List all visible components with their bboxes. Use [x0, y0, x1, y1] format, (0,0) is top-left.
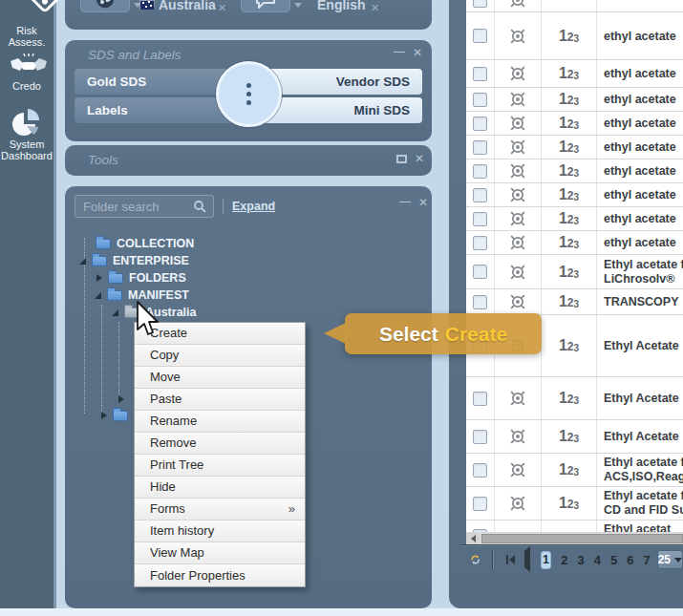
menu-item-hide[interactable]: Hide: [135, 477, 305, 499]
refresh-icon[interactable]: [470, 549, 480, 570]
row-checkbox[interactable]: [473, 265, 487, 279]
locate-target-icon[interactable]: [508, 114, 527, 133]
table-row[interactable]: 123 ethyl acetate: [466, 159, 683, 183]
number-123-icon[interactable]: 123: [559, 234, 579, 251]
page-button[interactable]: 4: [594, 553, 601, 567]
table-row[interactable]: 123 ethyl acetate: [466, 12, 683, 60]
prev-page-button[interactable]: [524, 551, 530, 568]
row-checkbox[interactable]: [473, 430, 487, 444]
tree-collapsed-icon[interactable]: [101, 412, 107, 419]
number-123-icon[interactable]: 123: [559, 264, 579, 281]
menu-item-item-history[interactable]: Item history: [135, 520, 305, 542]
number-123-icon[interactable]: 123: [559, 138, 579, 156]
locate-target-icon[interactable]: [508, 427, 527, 446]
page-button-current[interactable]: 1: [541, 551, 551, 569]
menu-item-paste[interactable]: Paste: [135, 389, 305, 411]
row-checkbox[interactable]: [473, 212, 487, 226]
page-button[interactable]: 6: [627, 553, 633, 567]
language-selector-button[interactable]: [241, 0, 290, 12]
number-123-icon[interactable]: 123: [559, 210, 579, 227]
tree-expanded-icon[interactable]: [112, 309, 118, 316]
table-row[interactable]: 123 ethyl acetate: [466, 231, 683, 255]
pie-chart-icon[interactable]: [11, 107, 43, 138]
locate-target-icon[interactable]: [508, 263, 527, 282]
menu-item-rename[interactable]: Rename: [135, 411, 305, 433]
row-checkbox[interactable]: [473, 236, 487, 250]
row-checkbox[interactable]: [473, 67, 487, 81]
close-icon[interactable]: ✕: [415, 152, 424, 165]
number-123-icon[interactable]: 123: [559, 91, 579, 108]
dice-icon[interactable]: [18, 0, 73, 13]
locate-target-icon[interactable]: [508, 27, 527, 46]
remove-country-icon[interactable]: ✕: [218, 2, 226, 14]
table-row[interactable]: 123 Ethyl Acetate: [466, 377, 683, 420]
page-button[interactable]: 2: [561, 553, 567, 567]
table-row[interactable]: 123 TRANSCOPY: [466, 289, 683, 315]
table-row[interactable]: 123 Ethyl Acetate: [466, 420, 683, 454]
locate-target-icon[interactable]: [508, 209, 527, 228]
menu-item-print-tree[interactable]: Print Tree: [135, 455, 305, 477]
table-row[interactable]: 123 ethyl acetate: [466, 112, 683, 136]
table-row[interactable]: 123 ethyl acetate: [466, 136, 683, 159]
sidebar-item-risk-assess[interactable]: Risk Assess.: [0, 25, 53, 48]
locate-target-icon[interactable]: [508, 161, 527, 181]
table-row[interactable]: 123 ethyl acetate: [466, 60, 683, 88]
scroll-left-button[interactable]: [466, 533, 480, 544]
number-123-icon[interactable]: 123: [559, 28, 579, 45]
locate-target-icon[interactable]: [508, 292, 527, 311]
page-button[interactable]: 5: [610, 553, 617, 567]
locate-target-icon[interactable]: [508, 185, 527, 204]
table-row[interactable]: 123 Ethyl acetate fACS,ISO,Reag: [466, 454, 683, 487]
page-button[interactable]: 7: [643, 553, 650, 567]
chevron-down-icon[interactable]: [294, 3, 302, 8]
table-row[interactable]: 123 ethyl acetate: [466, 88, 683, 112]
row-checkbox[interactable]: [473, 295, 487, 309]
row-checkbox[interactable]: [473, 463, 487, 478]
locate-target-icon[interactable]: [508, 0, 527, 10]
sidebar-item-system-dashboard[interactable]: System Dashboard: [0, 138, 53, 161]
minimize-icon[interactable]: —: [394, 45, 405, 58]
menu-item-folder-properties[interactable]: Folder Properties: [135, 564, 305, 586]
tree-node-partial[interactable]: [118, 392, 124, 407]
row-checkbox[interactable]: [473, 164, 487, 179]
page-size-dropdown[interactable]: 25: [657, 550, 683, 569]
menu-item-view-map[interactable]: View Map: [135, 542, 305, 564]
table-row[interactable]: 123 ethyl acetate: [466, 207, 683, 231]
row-checkbox[interactable]: [473, 29, 487, 43]
number-123-icon[interactable]: 123: [559, 293, 579, 310]
locate-target-icon[interactable]: [508, 494, 527, 513]
handshake-icon[interactable]: [10, 53, 48, 78]
menu-item-copy[interactable]: Copy: [135, 345, 305, 367]
row-checkbox[interactable]: [473, 0, 487, 8]
page-button[interactable]: 3: [577, 553, 584, 567]
menu-item-move[interactable]: Move: [135, 367, 305, 389]
locate-target-icon[interactable]: [508, 90, 527, 109]
tree-expanded-icon[interactable]: [79, 258, 86, 265]
tree-node-collection[interactable]: COLLECTION: [96, 236, 194, 251]
table-row[interactable]: 123 Ethyl acetate fLiChrosolv®: [466, 255, 683, 289]
table-row[interactable]: 123 ethyl acetate: [466, 183, 683, 207]
row-checkbox[interactable]: [473, 188, 487, 202]
number-123-icon[interactable]: 123: [559, 390, 579, 407]
tree-node-enterprise[interactable]: ENTERPRISE: [79, 253, 189, 268]
locate-target-icon[interactable]: [508, 233, 527, 252]
first-page-button[interactable]: [506, 555, 515, 564]
tree-collapsed-icon[interactable]: [96, 274, 102, 282]
scrollbar-thumb[interactable]: [481, 534, 683, 543]
sidebar-item-credo[interactable]: Credo: [0, 80, 53, 92]
sds-menu-circle-button[interactable]: [216, 61, 282, 127]
maximize-icon[interactable]: [396, 155, 407, 163]
number-123-icon[interactable]: 123: [559, 337, 579, 354]
locate-target-icon[interactable]: [508, 460, 527, 479]
minimize-icon[interactable]: —: [399, 195, 411, 208]
locate-target-icon[interactable]: [508, 64, 527, 83]
horizontal-scrollbar[interactable]: [466, 533, 683, 544]
number-123-icon[interactable]: 123: [559, 186, 579, 203]
search-icon[interactable]: [193, 200, 207, 214]
row-checkbox[interactable]: [473, 497, 487, 511]
number-123-icon[interactable]: 123: [559, 428, 579, 445]
country-selector-button[interactable]: [80, 0, 130, 12]
row-checkbox[interactable]: [473, 117, 487, 131]
close-icon[interactable]: ✕: [418, 196, 428, 209]
expand-tree-link[interactable]: Expand: [232, 200, 275, 213]
